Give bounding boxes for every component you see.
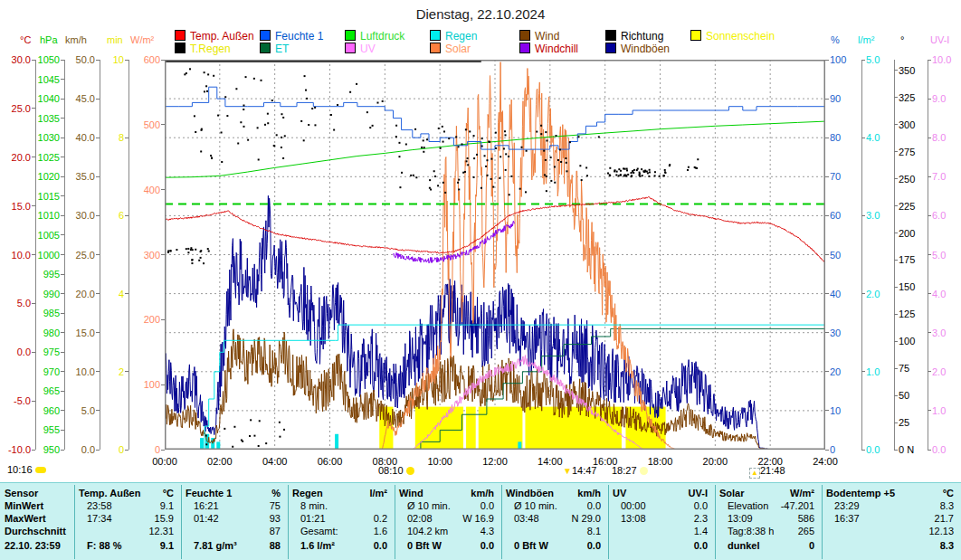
axis-tick-label: 20 <box>830 366 841 377</box>
axis-tick <box>61 118 64 119</box>
series-richtung <box>626 168 628 170</box>
series-richtung <box>221 161 223 163</box>
series-richtung <box>426 138 428 140</box>
series-t-regen <box>190 249 192 251</box>
axis-tick-label: 20.0 <box>12 152 31 163</box>
axis-tick-label: 30 <box>830 327 841 338</box>
cell-time: 23:58 <box>87 499 112 512</box>
series-t-regen <box>191 262 193 264</box>
column-unit: W/m² <box>790 487 814 499</box>
axis-tick-label: 980 <box>43 327 60 338</box>
series-richtung <box>521 147 523 148</box>
series-t-regen <box>187 248 189 250</box>
table-cell: F: 88 %9.1 <box>74 539 181 552</box>
series-temp-au-en <box>165 197 825 262</box>
series-richtung <box>195 131 196 133</box>
axis-tick-label: 75 <box>899 363 909 374</box>
legend-color-swatch <box>260 43 271 53</box>
table-cell: 23:589.1 <box>74 499 181 512</box>
axis-tick <box>96 332 100 333</box>
series-richtung <box>240 121 242 123</box>
column-header: Temp. Außen°C <box>74 487 181 499</box>
axis-tick <box>96 60 100 61</box>
series-richtung <box>636 169 638 171</box>
upbox-icon: ▲ <box>749 468 760 479</box>
axis-tick-label: 3.0 <box>866 210 880 221</box>
table-cell: 7.81 g/m³88 <box>181 539 288 552</box>
legend-color-swatch <box>690 30 701 41</box>
series-richtung <box>566 170 567 172</box>
axis-tick <box>928 99 931 100</box>
table-cell: 0.0 <box>608 539 715 552</box>
axis-tick-label: 275 <box>899 147 915 157</box>
axis-tick-label: 45.0 <box>76 93 95 104</box>
x-axis-label: 12:00 <box>482 456 508 467</box>
legend-label: Temp. Außen <box>190 30 254 43</box>
series-richtung <box>376 102 378 104</box>
legend-color-swatch <box>430 30 441 41</box>
axis-tick-label: 600 <box>144 54 160 65</box>
axis-tick-label: 1.0 <box>866 366 880 377</box>
table-cell: Ø 10 min.0.0 <box>501 499 608 512</box>
table-column-temp-au-en: Temp. Außen°C23:589.117:3415.912.31F: 88… <box>74 483 181 560</box>
series-richtung <box>499 177 500 179</box>
column-unit: km/h <box>471 487 494 499</box>
series-richtung <box>664 169 666 171</box>
series-richtung <box>224 96 226 98</box>
column-unit: l/m² <box>369 487 387 499</box>
axis-tick-label: 225 <box>899 201 915 212</box>
series-richtung <box>395 125 397 127</box>
cell-value: 75 <box>270 499 281 512</box>
cell-value: 0.0 <box>374 539 387 552</box>
cell-time: Tag:8:38 h <box>728 525 774 537</box>
series-richtung <box>481 138 483 139</box>
series-richtung <box>314 124 316 126</box>
axis-unit-°: ° <box>900 34 904 45</box>
series-richtung <box>545 131 547 133</box>
series-richtung <box>201 128 203 130</box>
axis-tick-label: 5.0 <box>17 298 31 308</box>
series-richtung <box>265 442 267 444</box>
axis-tick-label: 50 <box>830 250 841 261</box>
axis-tick <box>825 410 829 411</box>
series-richtung <box>261 80 262 81</box>
cell-time: dunkel <box>728 539 759 552</box>
axis-tick <box>825 99 829 100</box>
axis-tick <box>825 332 829 333</box>
axis-tick-label: 960 <box>43 405 60 416</box>
axis-tick <box>61 79 64 80</box>
legend-color-swatch <box>605 30 616 41</box>
series-richtung <box>430 189 432 191</box>
axis-tick-label: 200 <box>899 228 915 239</box>
axis-line <box>35 60 36 450</box>
table-cell: 1.6 l/m²0.0 <box>288 539 395 552</box>
legend-label: Feuchte 1 <box>275 30 323 43</box>
series-richtung <box>281 137 282 138</box>
axis-tick <box>61 410 64 411</box>
series-richtung <box>633 169 635 171</box>
series-richtung <box>221 131 223 133</box>
axis-line <box>861 60 862 450</box>
table-cell: 01:210.2 <box>288 512 395 525</box>
axis-tick <box>61 234 64 235</box>
table-cell: 00:000.0 <box>608 499 715 512</box>
table-cell: 03:48N 29.0 <box>501 512 608 525</box>
series-richtung <box>413 175 414 176</box>
table-cell: 8.1 <box>501 525 608 537</box>
cell-time: 13:09 <box>728 512 753 525</box>
series-richtung <box>624 168 626 170</box>
series-richtung <box>654 175 656 176</box>
table-cell: 12.13 <box>822 525 961 537</box>
column-header: Bodentemp +5°C <box>822 487 961 499</box>
x-axis-label: 02:00 <box>207 456 233 467</box>
axis-tick-label: 2.0 <box>866 289 880 299</box>
series-richtung <box>247 139 249 141</box>
series-richtung <box>276 134 278 136</box>
legend-item-et: ET <box>260 43 289 54</box>
axis-tick <box>894 97 898 98</box>
table-cell: 02:08W 16.9 <box>395 512 501 525</box>
series-richtung <box>626 169 628 171</box>
x-axis-label: 06:00 <box>318 456 343 467</box>
cell-time: 03:48 <box>514 512 539 525</box>
cell-time: Gesamt: <box>300 525 338 537</box>
